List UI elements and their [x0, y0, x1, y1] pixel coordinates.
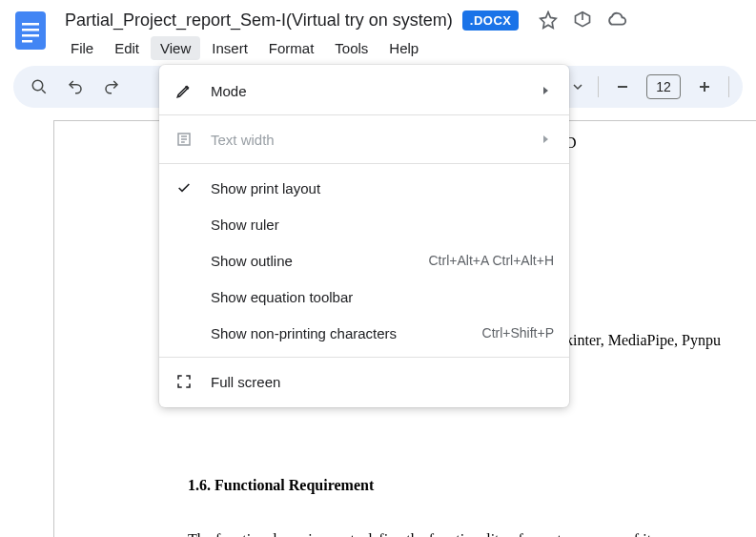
font-dropdown-icon[interactable] [569, 78, 586, 95]
submenu-arrow-icon [539, 132, 554, 147]
move-icon[interactable] [572, 10, 593, 31]
menu-separator [159, 114, 569, 115]
menu-item-label: Show non-printing characters [211, 325, 465, 341]
docx-badge: .DOCX [462, 10, 520, 31]
menu-item-full-screen[interactable]: Full screen [159, 363, 569, 400]
menu-item-text-width: Text width [159, 121, 569, 157]
menu-item-show-nonprinting[interactable]: Show non-printing characters Ctrl+Shift+… [159, 315, 569, 351]
star-icon[interactable] [538, 10, 559, 31]
menu-item-show-outline[interactable]: Show outline Ctrl+Alt+A Ctrl+Alt+H [159, 242, 569, 279]
menu-separator [159, 163, 569, 164]
svg-rect-2 [22, 29, 39, 31]
menu-item-show-print-layout[interactable]: Show print layout [159, 170, 569, 206]
menu-item-mode[interactable]: Mode [159, 72, 569, 109]
menu-insert[interactable]: Insert [202, 36, 257, 60]
undo-icon[interactable] [63, 74, 88, 99]
menu-item-label: Show equation toolbar [211, 289, 554, 305]
docs-app-icon[interactable] [11, 8, 50, 53]
pencil-icon [174, 81, 194, 100]
view-menu-dropdown: Mode Text width Show print layout Show r… [159, 65, 569, 407]
page-text-fragment: kinter, MediaPipe, Pynpu [565, 332, 721, 349]
menu-item-label: Show print layout [211, 180, 554, 196]
section-heading: 1.6. Functional Requirement [188, 477, 374, 494]
menu-item-label: Show outline [211, 253, 412, 269]
menu-format[interactable]: Format [259, 36, 324, 60]
redo-icon[interactable] [99, 74, 124, 99]
check-icon [174, 178, 194, 197]
divider [728, 76, 729, 97]
menu-item-label: Mode [211, 83, 521, 99]
menu-separator [159, 357, 569, 358]
menu-item-show-ruler[interactable]: Show ruler [159, 206, 569, 242]
menu-item-label: Full screen [211, 374, 554, 390]
empty-icon [174, 287, 194, 306]
decrease-font-icon[interactable] [610, 74, 635, 99]
increase-font-icon[interactable] [692, 74, 717, 99]
font-size-input[interactable]: 12 [646, 74, 681, 99]
submenu-arrow-icon [539, 83, 554, 98]
keyboard-shortcut: Ctrl+Shift+P [482, 325, 554, 341]
keyboard-shortcut: Ctrl+Alt+A Ctrl+Alt+H [429, 253, 555, 268]
menu-view[interactable]: View [151, 36, 200, 60]
menu-item-show-equation-toolbar[interactable]: Show equation toolbar [159, 279, 569, 315]
document-title[interactable]: Partial_Project_report_Sem-I(Virtual try… [65, 10, 453, 31]
empty-icon [174, 251, 194, 270]
svg-rect-3 [22, 34, 39, 37]
fullscreen-icon [174, 372, 194, 391]
divider [598, 76, 599, 97]
search-icon[interactable] [27, 74, 51, 99]
menu-help[interactable]: Help [379, 36, 428, 60]
empty-icon [174, 215, 194, 234]
menu-tools[interactable]: Tools [325, 36, 378, 60]
svg-rect-1 [22, 23, 39, 26]
menu-file[interactable]: File [61, 36, 103, 60]
empty-icon [174, 323, 194, 342]
page-text-fragment: The functional requirements define the f… [188, 531, 651, 537]
menu-edit[interactable]: Edit [105, 36, 149, 60]
menu-item-label: Text width [211, 132, 521, 148]
menu-item-label: Show ruler [211, 217, 554, 233]
svg-point-5 [32, 80, 43, 91]
svg-rect-4 [22, 40, 32, 43]
text-width-icon [174, 130, 194, 149]
menubar: File Edit View Insert Format Tools Help [61, 32, 745, 66]
cloud-icon[interactable] [606, 10, 627, 31]
